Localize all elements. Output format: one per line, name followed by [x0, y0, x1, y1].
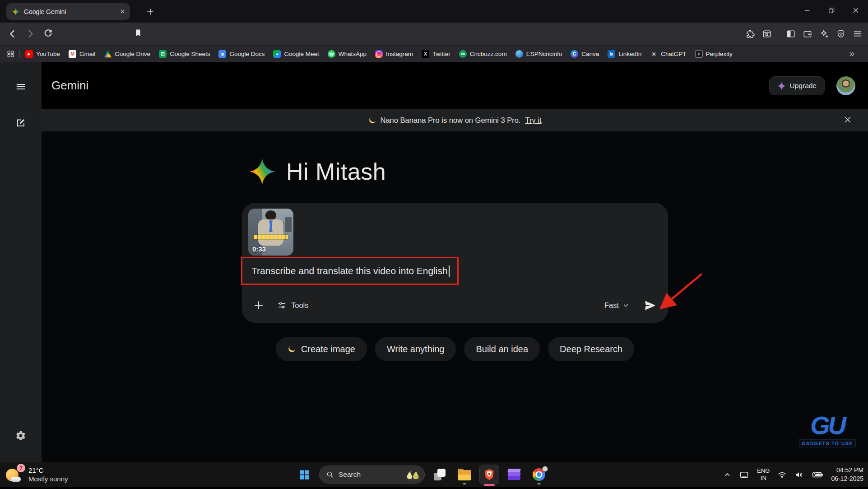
bookmark-item[interactable]: Cricbuzz.com — [459, 50, 507, 58]
gemini-appbar: Gemini Upgrade — [42, 62, 868, 109]
bookmark-item[interactable]: Perplexity — [695, 50, 733, 58]
model-selector[interactable]: Fast — [604, 301, 630, 310]
leo-ai-icon[interactable] — [819, 29, 829, 39]
minimize-button[interactable] — [795, 0, 819, 20]
tab-close-icon[interactable] — [120, 9, 125, 14]
browser-tab[interactable]: Google Gemini — [6, 3, 130, 20]
banana-icon — [288, 345, 297, 354]
language-indicator[interactable]: ENG IN — [757, 467, 770, 481]
thumb-person-head — [265, 210, 276, 220]
prompt-card[interactable]: 0:33 Transcribe and translate this video… — [242, 203, 668, 323]
chrome-button[interactable] — [529, 463, 549, 486]
back-icon[interactable] — [7, 28, 18, 39]
bookmark-item[interactable]: ESPNcricinfo — [515, 50, 562, 58]
sidebar-panel-icon[interactable] — [786, 29, 796, 39]
running-indicator — [463, 483, 466, 484]
chip-label: Deep Research — [560, 344, 622, 354]
clock[interactable]: 04:52 PM 06-12-2025 — [831, 466, 863, 483]
bookmark-item[interactable]: Google Meet — [273, 50, 319, 58]
bookmark-favicon — [571, 50, 578, 58]
suggestion-chip[interactable]: Write anything — [375, 337, 456, 361]
purple-app-button[interactable] — [504, 463, 524, 486]
wallet-icon[interactable] — [803, 29, 812, 39]
close-button[interactable] — [844, 0, 868, 20]
suggestion-chip[interactable]: Deep Research — [548, 337, 634, 361]
bookmark-item[interactable]: ChatGPT — [650, 50, 686, 58]
banana-icon — [368, 116, 377, 125]
bookmark-item[interactable]: Gmail — [69, 50, 95, 58]
taskbar-search[interactable]: Search — [319, 466, 425, 484]
bookmark-item[interactable]: Twitter — [422, 50, 450, 58]
video-thumbnail[interactable]: 0:33 — [248, 209, 293, 256]
new-tab-button[interactable] — [144, 5, 157, 19]
bookmark-item[interactable]: Instagram — [375, 50, 413, 58]
add-attachment-icon[interactable] — [253, 299, 265, 311]
bookmarks-bar: YouTube Gmail Google Drive Google Sheets — [0, 45, 868, 62]
bookmark-favicon — [422, 50, 429, 58]
lang-top: ENG — [757, 467, 770, 475]
gemini-spark-icon — [249, 158, 275, 185]
bookmark-label: Gmail — [79, 51, 95, 57]
gemini-sidebar — [0, 62, 42, 462]
apps-grid-icon[interactable] — [6, 50, 15, 58]
extensions-icon[interactable] — [745, 29, 755, 39]
brave-browser-button[interactable] — [479, 465, 499, 484]
wifi-icon[interactable] — [777, 470, 787, 480]
bookmark-favicon — [159, 50, 167, 58]
touchpad-icon[interactable] — [739, 470, 749, 480]
bookmark-label: Google Docs — [229, 51, 265, 57]
thumb-caption-bar — [254, 235, 288, 239]
toolbar-right-icons — [745, 23, 863, 45]
reload-icon[interactable] — [43, 28, 53, 39]
bookmark-ribbon-icon[interactable] — [134, 28, 143, 37]
bookmark-item[interactable]: LinkedIn — [608, 50, 641, 58]
thumb-figure — [285, 217, 292, 232]
send-button[interactable] — [644, 299, 656, 312]
bookmark-item[interactable]: Google Sheets — [159, 50, 210, 58]
banner-try-it-link[interactable]: Try it — [525, 116, 541, 125]
battery-icon[interactable] — [812, 469, 823, 480]
tools-button[interactable]: Tools — [277, 301, 309, 310]
bookmark-item[interactable]: YouTube — [25, 50, 60, 58]
sidebar-menu-icon[interactable] — [15, 81, 26, 92]
vpn-shield-icon[interactable] — [836, 29, 846, 39]
bookmark-favicon — [69, 50, 76, 58]
menu-icon[interactable] — [853, 29, 863, 39]
forward-icon[interactable] — [25, 28, 36, 39]
avatar[interactable] — [836, 76, 855, 95]
upgrade-label: Upgrade — [790, 82, 817, 90]
greeting-block: Hi Mitash — [249, 158, 386, 185]
composer-toolbar: Tools Fast — [253, 295, 656, 316]
new-chat-icon[interactable] — [15, 117, 26, 128]
bookmark-item[interactable]: Canva — [571, 50, 599, 58]
settings-gear-icon[interactable] — [15, 430, 26, 441]
bookmarks-list: YouTube Gmail Google Drive Google Sheets — [25, 50, 733, 58]
promo-banner: Nano Banana Pro is now on Gemini 3 Pro. … — [42, 109, 868, 131]
search-daily-image[interactable] — [404, 468, 422, 481]
suggestion-chip[interactable]: Build an idea — [464, 337, 540, 361]
task-view-button[interactable] — [430, 463, 450, 486]
bookmark-favicon — [695, 50, 703, 58]
bookmark-item[interactable]: Google Docs — [218, 50, 265, 58]
gemini-diamond-icon — [777, 82, 786, 90]
bookmark-label: Google Drive — [115, 51, 150, 57]
prompt-input[interactable]: Transcribe and translate this video into… — [251, 265, 448, 276]
search-page-icon[interactable] — [762, 29, 772, 39]
bookmarks-overflow-icon[interactable] — [848, 51, 855, 58]
upgrade-button[interactable]: Upgrade — [769, 76, 825, 95]
screen: Google Gemini gemini.google.com/app — [0, 0, 868, 489]
banner-close-icon[interactable] — [843, 115, 853, 125]
video-duration: 0:33 — [252, 245, 266, 253]
running-indicator — [538, 483, 541, 484]
maximize-button[interactable] — [819, 0, 844, 20]
weather-widget[interactable]: 7 21°C Mostly sunny — [5, 465, 68, 484]
file-explorer-button[interactable] — [455, 463, 474, 486]
bookmark-item[interactable]: WhatsApp — [328, 50, 367, 58]
search-icon — [326, 470, 334, 479]
tab-bar: Google Gemini — [0, 0, 868, 23]
start-button[interactable] — [294, 463, 314, 486]
suggestion-chip[interactable]: Create image — [276, 337, 367, 361]
bookmark-item[interactable]: Google Drive — [104, 50, 150, 58]
volume-icon[interactable] — [794, 470, 804, 480]
tray-chevron-up-icon[interactable] — [724, 471, 731, 479]
